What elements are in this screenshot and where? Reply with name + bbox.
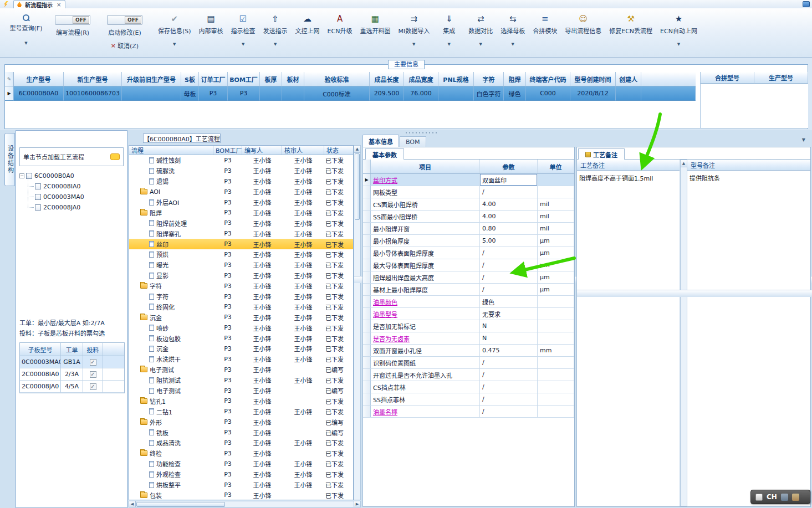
tree-node[interactable]: 0C00003MA0 <box>18 192 125 202</box>
flow-step-row[interactable]: AOIP3王小锋王小锋已下发 <box>129 187 353 197</box>
param-row[interactable]: CS面最小阻焊桥4.00mil <box>363 198 574 211</box>
column-header[interactable]: 升级前旧生产型号 <box>122 72 181 86</box>
param-row[interactable]: 基材上最小阻焊厚度/μm <box>363 284 574 296</box>
column-header[interactable]: 编写人 <box>242 146 282 155</box>
param-value-cell[interactable]: 4.00 <box>480 211 538 222</box>
flow-step-row[interactable]: 二钻1P3王小锋王小锋已下发 <box>129 406 353 417</box>
param-row[interactable]: 开窗过孔是否不允许油墨入孔/ <box>363 369 574 381</box>
flow-step-row[interactable]: 沉金P3王小锋王小锋已下发 <box>129 343 353 354</box>
flow-step-row[interactable]: 字符P3王小锋王小锋已下发 <box>129 291 353 302</box>
param-name-cell[interactable]: 油墨名称 <box>371 406 480 417</box>
column-header[interactable]: 新生产型号 <box>64 72 122 86</box>
param-name-cell[interactable]: CS挡点菲林 <box>371 381 480 393</box>
param-value-cell[interactable]: 5.00 <box>480 235 538 247</box>
param-row[interactable]: 油墨型号无要求 <box>363 308 574 320</box>
grid-cell[interactable] <box>122 86 181 101</box>
toolbar-button-integrate[interactable]: ⇓集成▼ <box>433 14 464 47</box>
column-header[interactable]: 阻焊 <box>504 72 526 86</box>
main-grid-row[interactable]: ▶6C0000B0A010010600086703母板P3P3C000标准209… <box>5 86 696 101</box>
param-row[interactable]: 是否加无铅标记N <box>363 320 574 332</box>
grid-cell[interactable]: C000 <box>526 86 570 101</box>
column-header[interactable]: 终端客户代码 <box>526 72 570 86</box>
remarks-vertical-scrollbar[interactable]: ▲ ▼ <box>680 160 687 506</box>
param-value-cell[interactable]: / <box>480 381 538 393</box>
flow-step-row[interactable]: 曝光P3王小锋王小锋已下发 <box>129 260 353 270</box>
param-value-cell[interactable]: 4.00 <box>480 198 538 210</box>
process-remark-cell[interactable]: 阻焊高度不高于铜面1.5mil <box>577 171 680 506</box>
column-header[interactable]: 生产型号 <box>754 72 808 84</box>
param-name-cell[interactable]: 油墨型号 <box>371 308 480 320</box>
flow-step-row[interactable]: 硫脲洗P3王小锋王小锋已下发 <box>129 166 353 176</box>
param-row[interactable]: 是否为无卤素N <box>363 332 574 345</box>
column-header[interactable]: 合拼型号 <box>701 72 754 84</box>
flow-step-row[interactable]: 铣板P3王小锋已编写 <box>129 427 353 438</box>
param-row[interactable]: 最小导体表面阻焊厚度/μm <box>363 247 574 259</box>
flow-step-row[interactable]: 终固化P3王小锋王小锋已下发 <box>129 301 353 312</box>
toolbar-button-merge-module[interactable]: ≡合拼模块 <box>529 14 561 47</box>
grid-cell[interactable]: C000标准 <box>304 86 370 101</box>
model-query-button[interactable]: 型号查询(F) ▼ <box>6 14 47 45</box>
feed-checkbox[interactable]: ✓ <box>90 359 96 366</box>
tab-basic-params[interactable]: 基本参数 <box>365 148 404 160</box>
flow-step-row[interactable]: 字符P3王小锋王小锋已下发 <box>129 281 353 291</box>
param-name-cell[interactable]: SS挡点菲林 <box>371 393 480 405</box>
param-row[interactable]: 油墨名称/ <box>363 406 574 418</box>
toolbar-button-select-mother-board[interactable]: ⇆选择母板▼ <box>497 14 529 47</box>
splitter-handle[interactable] <box>405 131 438 134</box>
flow-step-row[interactable]: 外层AOIP3王小锋王小锋已下发 <box>129 197 353 208</box>
param-value-cell[interactable]: / <box>480 247 538 259</box>
param-value-cell[interactable]: 无要求 <box>480 308 538 320</box>
param-name-cell[interactable]: 是否加无铅标记 <box>371 320 480 332</box>
param-name-cell[interactable]: CS面最小阻焊桥 <box>371 198 480 210</box>
chevron-down-icon[interactable]: ▼ <box>802 137 805 142</box>
flow-step-row[interactable]: 成品清洗P3王小锋王小锋已下发 <box>129 438 353 448</box>
tool-icon[interactable] <box>781 494 788 501</box>
flow-step-row[interactable]: 板边包胶P3王小锋王小锋已下发 <box>129 333 353 343</box>
column-header[interactable]: 创建人 <box>616 72 641 86</box>
grid-cell[interactable]: 10010600086703 <box>64 86 122 101</box>
toolbar-button-instruction-check[interactable]: ☑指示检查▼ <box>227 14 259 47</box>
flow-step-row[interactable]: 功能检查P3王小锋王小锋已下发 <box>129 459 353 469</box>
column-header[interactable]: 状态 <box>324 146 353 155</box>
param-value-cell[interactable]: / <box>480 271 538 283</box>
param-row[interactable]: 网板类型/ <box>363 186 574 198</box>
flow-step-row[interactable]: 喷砂P3王小锋王小锋已下发 <box>129 322 353 333</box>
flow-horizontal-scrollbar[interactable]: ◀ ▶ <box>129 501 361 507</box>
param-row[interactable]: 阻焊超出焊盘最大高度/μm <box>363 271 574 284</box>
subboard-order-cell[interactable]: 4/5A <box>61 381 83 393</box>
dropdown-arrow-icon[interactable]: ▼ <box>24 41 27 45</box>
column-header[interactable]: 型号创建时间 <box>570 72 616 86</box>
flow-step-row[interactable]: 丝印P3王小锋王小锋已下发 <box>129 239 353 249</box>
flow-step-row[interactable]: 外观检查P3王小锋王小锋已下发 <box>129 469 353 480</box>
toolbar-button-ecn-auto-upload[interactable]: ★ECN自动上网▼ <box>656 14 701 47</box>
param-name-cell[interactable]: 最小导体表面阻焊厚度 <box>371 247 480 259</box>
flow-step-row[interactable]: 烘板整平P3王小锋王小锋已下发 <box>129 480 353 490</box>
column-header[interactable]: 投料 <box>83 343 103 356</box>
param-row[interactable]: 油墨颜色绿色 <box>363 296 574 308</box>
param-value-cell[interactable]: 0.80 <box>480 223 538 234</box>
subboard-order-cell[interactable]: GB1A <box>61 356 83 368</box>
grid-cell[interactable]: P3 <box>199 86 228 101</box>
flow-step-row[interactable]: 电子测试P3王小锋已编写 <box>129 386 353 396</box>
param-name-cell[interactable]: 阻焊超出焊盘最大高度 <box>371 271 480 283</box>
grid-cell[interactable]: 6C0000B0A0 <box>14 86 64 101</box>
column-header[interactable]: 板厚 <box>260 72 282 86</box>
dropdown-arrow-icon[interactable]: ▼ <box>447 42 450 47</box>
feed-checkbox[interactable]: ✓ <box>90 371 96 378</box>
param-row[interactable]: SS挡点菲林/ <box>363 393 574 406</box>
column-header[interactable]: 单位 <box>538 160 574 173</box>
param-value-cell[interactable]: / <box>480 406 538 417</box>
subboard-row[interactable]: 2C00008IA02/3A✓ <box>20 368 124 381</box>
cancel-button[interactable]: × 取消(Z) <box>111 41 139 50</box>
grid-cell[interactable]: 白色字符 <box>474 86 504 101</box>
column-header[interactable]: BOM工厂 <box>228 72 260 86</box>
flow-step-row[interactable]: 碱性蚀刻P3王小锋王小锋已下发 <box>129 155 353 166</box>
column-header[interactable]: 流程 <box>129 146 213 155</box>
close-tab-icon[interactable]: × <box>57 2 61 8</box>
grid-cell[interactable] <box>282 86 304 101</box>
flow-step-row[interactable]: 阻抗测试P3王小锋王小锋已下发 <box>129 375 353 386</box>
flow-step-row[interactable]: 终检P3王小锋已下发 <box>129 448 353 459</box>
param-name-cell[interactable]: 基材上最小阻焊厚度 <box>371 284 480 295</box>
subboard-model-cell[interactable]: 2C00008JA0 <box>20 381 61 393</box>
flow-step-row[interactable]: 阻焊前处理P3王小锋王小锋已下发 <box>129 218 353 228</box>
